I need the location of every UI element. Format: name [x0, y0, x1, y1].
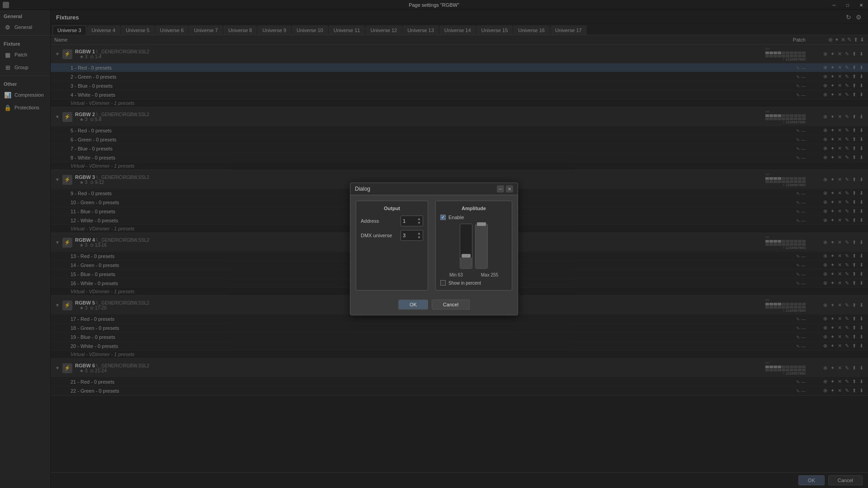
address-input[interactable]: 1 ▲▼ [401, 216, 423, 226]
min-label: Min 63 [449, 272, 463, 277]
dmx-universe-input[interactable]: 3 ▲▼ [401, 230, 423, 241]
output-title: Output [361, 206, 423, 211]
max-slider-fill [476, 224, 487, 268]
show-percent-row: Show in percent [440, 280, 507, 286]
slider-labels: Min 63 Max 255 [440, 272, 507, 277]
max-slider-track [475, 224, 488, 269]
show-percent-label: Show in percent [448, 281, 481, 286]
dialog-body: Output Address 1 ▲▼ DMX universe 3 [350, 195, 518, 296]
dialog: Dialog ─ ✕ Output Address 1 ▲▼ [350, 183, 518, 315]
dialog-ok-button[interactable]: OK [398, 300, 428, 310]
dmx-universe-row: DMX universe 3 ▲▼ [361, 230, 423, 241]
dmx-universe-arrows[interactable]: ▲▼ [417, 231, 421, 239]
minimize-button[interactable]: ─ [827, 0, 841, 10]
dialog-controls: ─ ✕ [497, 185, 513, 192]
titlebar: Page settings "RGBW" ─ □ ✕ [0, 0, 868, 10]
dialog-titlebar: Dialog ─ ✕ [350, 183, 518, 195]
dialog-minimize[interactable]: ─ [497, 185, 504, 192]
enable-checkbox[interactable] [440, 215, 446, 220]
address-arrows[interactable]: ▲▼ [417, 217, 421, 225]
enable-row: Enable [440, 215, 507, 220]
address-row: Address 1 ▲▼ [361, 216, 423, 226]
dialog-close[interactable]: ✕ [506, 185, 513, 192]
address-label: Address [361, 218, 397, 224]
min-slider-fill [460, 258, 472, 269]
amplitude-title: Amplitude [440, 206, 507, 211]
app-logo [3, 2, 9, 8]
sliders-container [440, 224, 507, 269]
dmx-universe-label: DMX universe [361, 233, 397, 238]
maximize-button[interactable]: □ [841, 0, 854, 10]
window-title: Page settings "RGBW" [409, 2, 459, 8]
output-panel: Output Address 1 ▲▼ DMX universe 3 [356, 201, 428, 291]
amplitude-panel: Amplitude Enable Min 63 [435, 201, 512, 291]
min-slider-thumb[interactable] [462, 254, 471, 258]
window-controls: ─ □ ✕ [827, 0, 868, 10]
min-slider-track [460, 224, 472, 269]
enable-label: Enable [448, 215, 464, 220]
dialog-cancel-button[interactable]: Cancel [432, 300, 470, 310]
max-slider-thumb[interactable] [477, 222, 486, 226]
close-button[interactable]: ✕ [854, 0, 868, 10]
max-label: Max 255 [481, 272, 498, 277]
dialog-overlay: Dialog ─ ✕ Output Address 1 ▲▼ [0, 10, 868, 488]
dialog-title-text: Dialog [355, 186, 370, 192]
show-percent-checkbox[interactable] [440, 280, 446, 286]
dialog-footer: OK Cancel [350, 296, 518, 315]
